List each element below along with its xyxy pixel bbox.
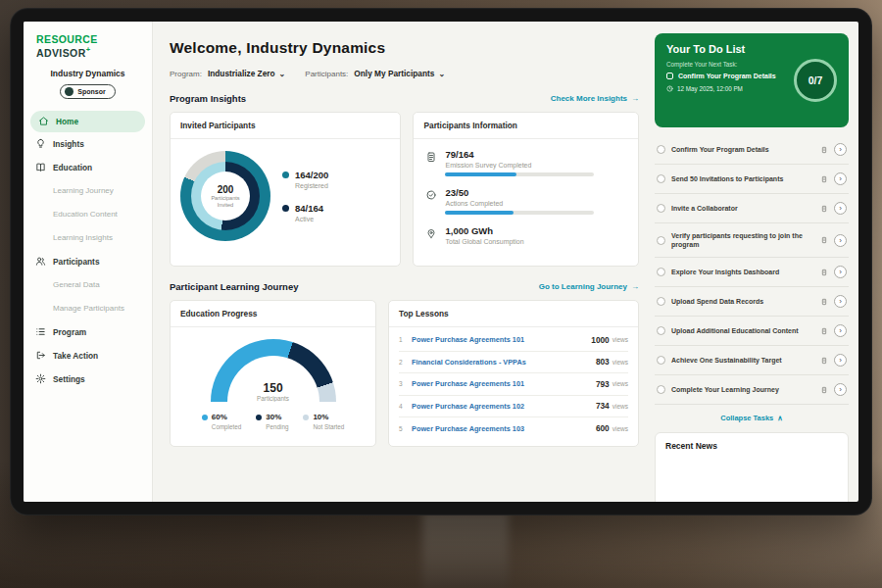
task-row[interactable]: Send 50 Invitations to Participants › (655, 165, 849, 194)
sidebar-item-label: Education Content (53, 210, 118, 219)
program-filter-value: Industrialize Zero (208, 69, 275, 78)
due-text: 12 May 2025, 12:00 PM (677, 85, 743, 92)
sidebar-item-general-data[interactable]: General Data (24, 273, 152, 297)
insights-cards-row: Invited Participants 200 Participants In… (170, 112, 639, 267)
task-doc-icon (820, 205, 828, 213)
sidebar-item-participants[interactable]: Participants (24, 250, 152, 273)
clipboard-icon (425, 151, 437, 163)
legend-label: Not Started (313, 423, 344, 430)
task-row[interactable]: Explore Your Insights Dashboard › (655, 258, 849, 287)
task-doc-icon (820, 175, 828, 183)
sidebar-item-settings[interactable]: Settings (24, 368, 152, 391)
chevron-right-icon[interactable]: › (834, 266, 847, 278)
task-checkbox[interactable] (657, 236, 665, 245)
legend-item-not-started: 10% Not Started (303, 413, 344, 430)
task-checkbox[interactable] (657, 268, 665, 276)
task-checkbox[interactable] (657, 356, 665, 365)
lesson-link[interactable]: Power Purchase Agreements 101 (412, 379, 596, 388)
list-icon (35, 326, 46, 337)
chevron-right-icon[interactable]: › (834, 295, 847, 308)
task-doc-icon (820, 386, 828, 394)
chevron-right-icon[interactable]: › (834, 383, 847, 396)
chevron-right-icon[interactable]: › (834, 324, 847, 337)
todo-title: Your To Do List (666, 43, 837, 55)
task-doc-icon (820, 146, 828, 154)
invited-donut-chart: 200 Participants Invited (180, 151, 270, 241)
stat-global-consumption: 1,000 GWh Total Global Consumption (425, 225, 626, 249)
lesson-views-unit: views (612, 403, 628, 410)
task-checkbox[interactable] (657, 204, 665, 213)
task-row[interactable]: Invite a Collaborator › (655, 194, 849, 223)
task-row[interactable]: Upload Spend Data Records › (655, 287, 849, 317)
sidebar-item-learning-insights[interactable]: Learning Insights (24, 226, 152, 250)
recent-news-title: Recent News (665, 441, 838, 451)
chevron-right-icon[interactable]: › (834, 354, 847, 367)
lesson-rank: 4 (399, 403, 412, 410)
sidebar-item-program[interactable]: Program (24, 320, 152, 344)
legend-label: Active (295, 216, 323, 222)
gauge-chart-area: 150 Participants 60% Completed (171, 327, 375, 430)
sidebar-item-home[interactable]: Home (30, 111, 145, 132)
sidebar-item-learning-journey[interactable]: Learning Journey (24, 179, 152, 203)
section-title: Participant Learning Journey (170, 281, 298, 292)
task-checkbox[interactable] (657, 174, 665, 183)
task-row[interactable]: Upload Additional Educational Content › (655, 317, 849, 346)
task-checkbox[interactable] (657, 145, 665, 154)
lesson-link[interactable]: Power Purchase Agreements 102 (412, 402, 596, 411)
task-row[interactable]: Verify participants requesting to join t… (655, 223, 849, 258)
legend-value: 10% (313, 413, 344, 421)
sidebar-item-insights[interactable]: Insights (24, 132, 152, 156)
sidebar-item-education-content[interactable]: Education Content (24, 203, 152, 226)
next-task-checkbox[interactable] (666, 73, 673, 79)
task-checkbox[interactable] (657, 326, 665, 335)
lesson-views-value: 734 (596, 401, 610, 411)
task-label: Invite a Collaborator (671, 204, 814, 213)
book-icon (35, 162, 46, 172)
link-label: Go to Learning Journey (539, 282, 627, 291)
chevron-right-icon[interactable]: › (834, 143, 847, 156)
lesson-views-value: 1000 (591, 335, 609, 345)
participants-filter-dropdown[interactable]: Only My Participants ⌄ (354, 69, 445, 78)
lesson-link[interactable]: Power Purchase Agreements 103 (412, 424, 596, 433)
todo-progress-ring: 0/7 (794, 59, 837, 102)
stat-label: Total Global Consumption (445, 238, 523, 245)
sidebar-item-label: General Data (53, 280, 100, 289)
sidebar-item-label: Education (53, 163, 92, 172)
card-title: Education Progress (171, 301, 375, 327)
sidebar-item-manage-participants[interactable]: Manage Participants (24, 297, 152, 320)
go-to-learning-journey-link[interactable]: Go to Learning Journey → (539, 282, 639, 291)
task-doc-icon (820, 327, 828, 335)
lesson-link[interactable]: Power Purchase Agreements 101 (412, 335, 591, 344)
check-more-insights-link[interactable]: Check More Insights → (551, 94, 639, 103)
sidebar-item-label: Learning Insights (53, 233, 113, 242)
sponsor-badge[interactable]: Sponsor (60, 84, 115, 99)
task-row[interactable]: Complete Your Learning Journey › (655, 375, 849, 405)
stat-value: 23/50 (445, 187, 594, 198)
sidebar-item-label: Program (53, 327, 86, 337)
task-row[interactable]: Confirm Your Program Details › (655, 135, 849, 165)
collapse-tasks-link[interactable]: Collapse Tasks ∧ (655, 414, 849, 422)
lesson-views-unit: views (612, 359, 628, 366)
participants-filter-label: Participants: (305, 70, 348, 78)
task-checkbox[interactable] (657, 385, 665, 394)
card-title: Top Lessons (389, 301, 638, 327)
chevron-right-icon[interactable]: › (834, 202, 847, 215)
donut-center-label: Participants Invited (208, 195, 243, 209)
arrow-right-icon: → (631, 282, 639, 291)
task-checkbox[interactable] (657, 297, 665, 306)
sidebar-item-education[interactable]: Education (24, 156, 152, 179)
lesson-rank: 2 (399, 359, 412, 366)
learning-journey-header: Participant Learning Journey Go to Learn… (170, 281, 639, 292)
chevron-right-icon[interactable]: › (834, 172, 847, 185)
program-filter-dropdown[interactable]: Industrialize Zero ⌄ (208, 69, 285, 78)
task-doc-icon (820, 298, 828, 306)
chevron-right-icon[interactable]: › (834, 234, 847, 247)
lesson-link[interactable]: Financial Considerations - VPPAs (412, 358, 596, 367)
program-filter-label: Program: (170, 70, 202, 78)
progress-fill (445, 211, 514, 215)
sidebar-item-take-action[interactable]: Take Action (24, 344, 152, 368)
lesson-rank: 5 (399, 425, 412, 432)
logo-secondary: ADVISOR (36, 47, 86, 59)
task-row[interactable]: Achieve One Sustainability Target › (655, 346, 849, 375)
donut-chart-area: 200 Participants Invited 164/200 Registe… (171, 139, 400, 253)
